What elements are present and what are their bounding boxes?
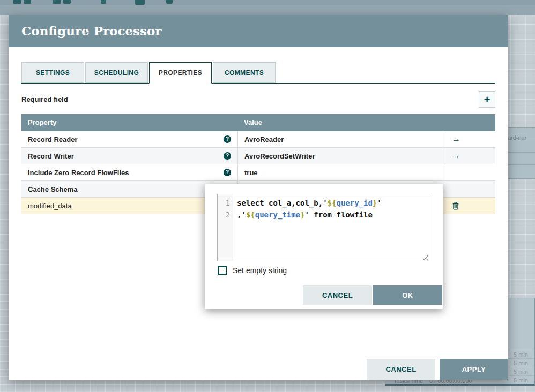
tab-properties[interactable]: PROPERTIES [149, 62, 212, 84]
set-empty-string-row: Set empty string [218, 266, 287, 275]
help-icon[interactable]: ? [224, 169, 231, 176]
plus-icon: + [484, 94, 491, 105]
table-header: Property Value [21, 114, 495, 131]
table-toolbar: Required field + [21, 91, 495, 108]
code-line: ,'${query_time}' from flowfile [237, 209, 382, 221]
property-name: Record Reader [28, 135, 77, 144]
property-value: true [244, 169, 258, 177]
property-name: modified_data [28, 202, 72, 210]
tab-bar: SETTINGS SCHEDULING PROPERTIES COMMENTS [21, 62, 495, 84]
set-empty-string-checkbox[interactable] [218, 266, 227, 275]
property-name: Include Zero Record FlowFiles [28, 169, 129, 177]
property-row-record-reader[interactable]: Record Reader ? AvroReader → [21, 131, 495, 148]
toolbar-icon-fragment [53, 0, 61, 4]
dialog-header: Configure Processor [9, 15, 508, 47]
column-header-value: Value [244, 114, 262, 131]
go-to-service-arrow-icon[interactable]: → [452, 135, 460, 144]
tab-settings[interactable]: SETTINGS [21, 62, 84, 83]
line-number: 1 [218, 197, 230, 209]
property-value: AvroRecordSetWriter [244, 152, 315, 160]
property-name: Cache Schema [28, 185, 78, 193]
popup-ok-button[interactable]: OK [373, 285, 442, 305]
required-field-label: Required field [21, 95, 68, 103]
line-number-gutter: 1 2 [218, 194, 233, 261]
help-icon[interactable]: ? [224, 152, 231, 160]
toolbar-icon-fragment [135, 0, 145, 5]
help-icon[interactable]: ? [224, 135, 231, 143]
dialog-title: Configure Processor [21, 24, 161, 38]
value-editor-popup: 1 2 select col_a,col_b,'${query_id}' ,'$… [205, 184, 443, 309]
tab-comments[interactable]: COMMENTS [213, 62, 276, 83]
toolbar-band [0, 5, 535, 15]
property-row-include-zero[interactable]: Include Zero Record FlowFiles ? true [21, 164, 495, 181]
property-name: Record Writer [28, 152, 74, 160]
toolbar-icon-fragment [166, 0, 173, 4]
cancel-button[interactable]: CANCEL [367, 359, 435, 380]
toolbar-icon-fragment [13, 0, 21, 4]
line-number: 2 [218, 209, 230, 221]
dialog-footer: CANCEL APPLY [367, 359, 508, 380]
apply-button[interactable]: APPLY [440, 359, 508, 380]
toolbar-remnant [0, 0, 535, 5]
property-value: AvroReader [244, 135, 284, 144]
tab-scheduling[interactable]: SCHEDULING [85, 62, 148, 83]
resize-handle[interactable] [422, 254, 428, 260]
code-line: select col_a,col_b,'${query_id}' [237, 197, 382, 209]
property-row-record-writer[interactable]: Record Writer ? AvroRecordSetWriter → [21, 148, 495, 164]
delete-trash-icon[interactable] [452, 202, 459, 210]
nifi-screen: standard-nar 5 min 5 min 5 min 5 min Tas… [0, 0, 535, 392]
add-property-button[interactable]: + [479, 91, 495, 108]
code-content[interactable]: select col_a,col_b,'${query_id}' ,'${que… [233, 194, 382, 261]
popup-footer: CANCEL OK [303, 285, 442, 305]
column-header-property: Property [21, 118, 56, 126]
toolbar-icon-fragment [63, 0, 71, 4]
toolbar-icon-fragment [24, 0, 31, 4]
popup-cancel-button[interactable]: CANCEL [303, 285, 372, 305]
set-empty-string-label: Set empty string [233, 266, 287, 275]
value-code-editor[interactable]: 1 2 select col_a,col_b,'${query_id}' ,'$… [217, 194, 429, 261]
go-to-service-arrow-icon[interactable]: → [452, 152, 460, 160]
toolbar-icon-fragment [101, 0, 106, 4]
